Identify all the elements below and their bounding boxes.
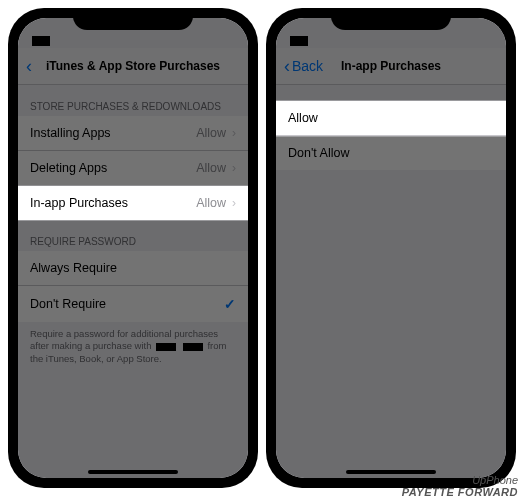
checkmark-icon: ✓ <box>224 296 236 312</box>
page-title: iTunes & App Store Purchases <box>18 59 248 73</box>
notch <box>73 8 193 30</box>
phone-frame-left: ‹ iTunes & App Store Purchases STORE PUR… <box>8 8 258 488</box>
row-label: Allow <box>288 111 318 125</box>
back-label: Back <box>292 58 323 74</box>
row-value: Allow <box>196 126 226 140</box>
chevron-left-icon: ‹ <box>26 57 32 75</box>
watermark-line2: PAYETTE FORWARD <box>402 486 518 498</box>
back-button[interactable]: ‹ <box>26 57 32 75</box>
chevron-left-icon: ‹ <box>284 57 290 75</box>
redacted-block <box>183 343 203 351</box>
status-icon-block <box>290 36 308 46</box>
list-allow-options: Allow Don't Allow <box>276 101 506 170</box>
list-password: Always Require Don't Require ✓ <box>18 251 248 322</box>
screen-right: ‹ Back In-app Purchases Allow Don't Allo… <box>276 18 506 478</box>
row-in-app-purchases[interactable]: In-app Purchases Allow › <box>18 186 248 220</box>
status-icon-block <box>32 36 50 46</box>
screen-left: ‹ iTunes & App Store Purchases STORE PUR… <box>18 18 248 478</box>
home-indicator[interactable] <box>88 470 178 474</box>
row-value: Allow <box>196 161 226 175</box>
phone-frame-right: ‹ Back In-app Purchases Allow Don't Allo… <box>266 8 516 488</box>
watermark-line1: UpPhone <box>402 474 518 486</box>
row-label: Don't Allow <box>288 146 349 160</box>
chevron-right-icon: › <box>232 196 236 210</box>
row-label: Deleting Apps <box>30 161 107 175</box>
row-label: Always Require <box>30 261 117 275</box>
back-button[interactable]: ‹ Back <box>284 57 323 75</box>
section-footer-password: Require a password for additional purcha… <box>18 322 248 371</box>
list-purchases: Installing Apps Allow › Deleting Apps Al… <box>18 116 248 220</box>
section-header-purchases: STORE PURCHASES & REDOWNLOADS <box>18 85 248 116</box>
row-always-require[interactable]: Always Require <box>18 251 248 286</box>
chevron-right-icon: › <box>232 161 236 175</box>
row-dont-require[interactable]: Don't Require ✓ <box>18 286 248 322</box>
navbar: ‹ iTunes & App Store Purchases <box>18 48 248 85</box>
row-allow[interactable]: Allow <box>276 101 506 136</box>
row-deleting-apps[interactable]: Deleting Apps Allow › <box>18 151 248 186</box>
notch <box>331 8 451 30</box>
watermark: UpPhone PAYETTE FORWARD <box>402 474 518 498</box>
section-header-password: REQUIRE PASSWORD <box>18 220 248 251</box>
row-value: Allow <box>196 196 226 210</box>
row-label: Don't Require <box>30 297 106 311</box>
row-dont-allow[interactable]: Don't Allow <box>276 136 506 170</box>
chevron-right-icon: › <box>232 126 236 140</box>
row-label: In-app Purchases <box>30 196 128 210</box>
redacted-block <box>156 343 176 351</box>
navbar: ‹ Back In-app Purchases <box>276 48 506 85</box>
row-label: Installing Apps <box>30 126 111 140</box>
row-installing-apps[interactable]: Installing Apps Allow › <box>18 116 248 151</box>
